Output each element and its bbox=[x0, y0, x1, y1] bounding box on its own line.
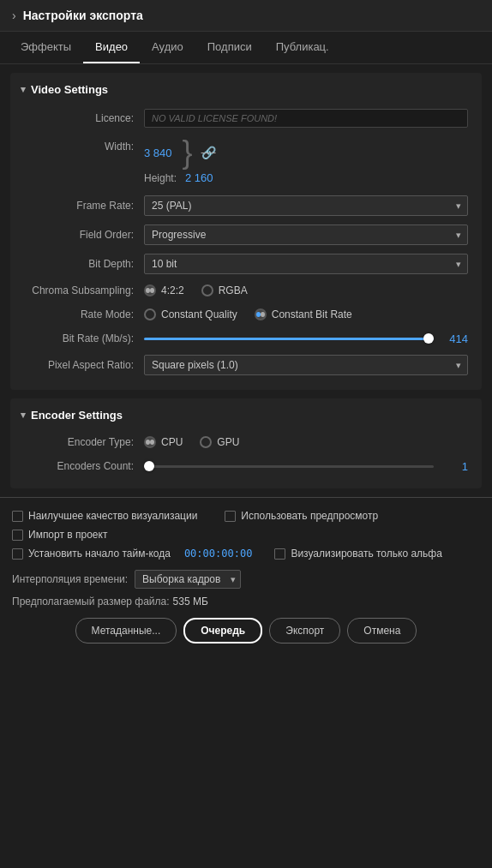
alpha-only-checkbox[interactable]: Визуализировать только альфа bbox=[274, 548, 442, 560]
width-value: 3 840 bbox=[144, 147, 172, 159]
constant-bitrate-option[interactable]: Constant Bit Rate bbox=[255, 308, 352, 320]
import-project-checkbox-box bbox=[12, 530, 23, 541]
file-size-row: Предполагаемый размер файла: 535 МБ bbox=[12, 592, 480, 611]
encoder-type-label: Encoder Type: bbox=[24, 436, 144, 448]
licence-row: Licence: bbox=[10, 105, 482, 132]
video-settings-header[interactable]: ▾ Video Settings bbox=[10, 83, 482, 105]
page-title: Настройки экспорта bbox=[23, 9, 143, 22]
bottom-checkboxes-row1: Наилучшее качество визуализации Использо… bbox=[12, 506, 480, 525]
tab-subtitles[interactable]: Подписи bbox=[195, 32, 264, 63]
dimensions-row: Width: 3 840 } 🔗 Height: 2 160 bbox=[10, 132, 482, 191]
rate-mode-row: Rate Mode: Constant Quality Constant Bit… bbox=[10, 302, 482, 326]
pixel-aspect-select[interactable]: Square pixels (1.0) bbox=[144, 355, 468, 375]
metadata-button[interactable]: Метаданные... bbox=[75, 618, 177, 644]
import-project-label: Импорт в проект bbox=[28, 529, 107, 541]
gpu-radio bbox=[200, 436, 212, 448]
bottom-checkboxes-row3: Установить начало тайм-кода 00:00:00:00 … bbox=[12, 544, 480, 563]
expand-icon[interactable]: › bbox=[12, 9, 16, 22]
use-preview-label: Использовать предпросмотр bbox=[241, 510, 378, 522]
encoder-settings-title: Encoder Settings bbox=[31, 409, 123, 422]
cancel-button[interactable]: Отмена bbox=[347, 618, 417, 644]
frame-rate-select[interactable]: 25 (PAL) bbox=[144, 195, 468, 216]
import-project-checkbox[interactable]: Импорт в проект bbox=[12, 529, 107, 541]
gpu-label: GPU bbox=[217, 436, 239, 448]
cpu-label: CPU bbox=[161, 436, 183, 448]
bit-depth-select[interactable]: 10 bit bbox=[144, 254, 468, 274]
height-label-inline: Height: bbox=[144, 172, 177, 184]
file-size-value: 535 МБ bbox=[173, 596, 208, 608]
chroma-rgba-label: RGBA bbox=[219, 284, 248, 296]
interpolation-label: Интерполяция времени: bbox=[12, 573, 128, 585]
chroma-422-label: 4:2:2 bbox=[161, 284, 184, 296]
frame-rate-row: Frame Rate: 25 (PAL) bbox=[10, 191, 482, 220]
timecode-label: Установить начало тайм-кода bbox=[28, 548, 171, 560]
encoders-count-slider[interactable] bbox=[144, 465, 434, 468]
encoder-settings-header[interactable]: ▾ Encoder Settings bbox=[10, 409, 482, 430]
encoder-collapse-icon: ▾ bbox=[21, 410, 26, 421]
pixel-aspect-label: Pixel Aspect Ratio: bbox=[24, 359, 144, 371]
timecode-checkbox-box bbox=[12, 548, 23, 560]
video-settings-section: ▾ Video Settings Licence: Width: 3 840 }… bbox=[10, 73, 482, 390]
action-buttons: Метаданные... Очередь Экспорт Отмена bbox=[12, 611, 480, 647]
timecode-checkbox[interactable]: Установить начало тайм-кода bbox=[12, 548, 171, 560]
cpu-option[interactable]: CPU bbox=[144, 436, 183, 448]
licence-label: Licence: bbox=[24, 112, 144, 124]
use-preview-checkbox[interactable]: Использовать предпросмотр bbox=[225, 510, 378, 522]
pixel-aspect-row: Pixel Aspect Ratio: Square pixels (1.0) bbox=[10, 350, 482, 380]
bit-depth-label: Bit Depth: bbox=[24, 258, 144, 270]
tab-video[interactable]: Видео bbox=[83, 32, 140, 63]
encoder-type-row: Encoder Type: CPU GPU bbox=[10, 430, 482, 454]
interpolation-select-wrapper: Выборка кадров bbox=[135, 570, 241, 589]
export-button[interactable]: Экспорт bbox=[269, 618, 340, 644]
chroma-row: Chroma Subsampling: 4:2:2 RGBA bbox=[10, 278, 482, 302]
cpu-radio bbox=[144, 436, 156, 448]
tab-effects[interactable]: Эффекты bbox=[9, 32, 83, 63]
best-quality-checkbox[interactable]: Наилучшее качество визуализации bbox=[12, 510, 197, 522]
timecode-value: 00:00:00:00 bbox=[184, 548, 252, 560]
tab-audio[interactable]: Аудио bbox=[140, 32, 195, 63]
top-bar: › Настройки экспорта bbox=[0, 0, 492, 32]
best-quality-checkbox-box bbox=[12, 511, 23, 522]
bit-depth-row: Bit Depth: 10 bit bbox=[10, 249, 482, 278]
encoder-settings-section: ▾ Encoder Settings Encoder Type: CPU GPU… bbox=[10, 398, 482, 488]
tab-publish[interactable]: Публикац. bbox=[264, 32, 341, 63]
link-icon[interactable]: 🔗 bbox=[201, 146, 216, 159]
height-value: 2 160 bbox=[185, 171, 213, 184]
encoders-count-value: 1 bbox=[442, 460, 468, 473]
alpha-only-label: Визуализировать только альфа bbox=[291, 548, 442, 560]
tabs-bar: Эффекты Видео Аудио Подписи Публикац. bbox=[0, 32, 492, 64]
frame-rate-label: Frame Rate: bbox=[24, 200, 144, 212]
gpu-option[interactable]: GPU bbox=[200, 436, 239, 448]
chroma-label: Chroma Subsampling: bbox=[24, 284, 144, 296]
alpha-only-checkbox-box bbox=[274, 548, 285, 560]
licence-field[interactable] bbox=[144, 109, 468, 128]
bit-rate-label: Bit Rate (Mb/s): bbox=[24, 332, 144, 344]
width-label: Width: bbox=[24, 139, 144, 153]
chroma-rgba-option[interactable]: RGBA bbox=[201, 284, 248, 296]
video-settings-title: Video Settings bbox=[31, 83, 108, 96]
queue-button[interactable]: Очередь bbox=[183, 618, 262, 644]
field-order-select[interactable]: Progressive bbox=[144, 224, 468, 245]
collapse-icon: ▾ bbox=[21, 84, 26, 95]
chroma-422-option[interactable]: 4:2:2 bbox=[144, 284, 184, 296]
bracket-icon: } bbox=[183, 139, 193, 166]
constant-quality-option[interactable]: Constant Quality bbox=[144, 308, 237, 320]
bit-rate-slider[interactable] bbox=[144, 338, 434, 340]
bottom-checkboxes-row2: Импорт в проект bbox=[12, 525, 480, 544]
chroma-rgba-radio bbox=[201, 284, 213, 296]
chroma-422-radio bbox=[144, 284, 156, 296]
interpolation-select[interactable]: Выборка кадров bbox=[135, 570, 241, 589]
best-quality-label: Наилучшее качество визуализации bbox=[28, 510, 197, 522]
use-preview-checkbox-box bbox=[225, 511, 236, 522]
constant-bitrate-radio bbox=[255, 308, 267, 320]
encoders-count-row: Encoders Count: 1 bbox=[10, 454, 482, 478]
interpolation-row: Интерполяция времени: Выборка кадров bbox=[12, 566, 480, 592]
constant-quality-label: Constant Quality bbox=[161, 308, 237, 320]
encoders-count-label: Encoders Count: bbox=[24, 460, 144, 472]
constant-quality-radio bbox=[144, 308, 156, 320]
bottom-panel: Наилучшее качество визуализации Использо… bbox=[0, 497, 492, 655]
rate-mode-label: Rate Mode: bbox=[24, 308, 144, 320]
field-order-row: Field Order: Progressive bbox=[10, 220, 482, 249]
bit-rate-value: 414 bbox=[442, 332, 468, 345]
field-order-label: Field Order: bbox=[24, 229, 144, 241]
